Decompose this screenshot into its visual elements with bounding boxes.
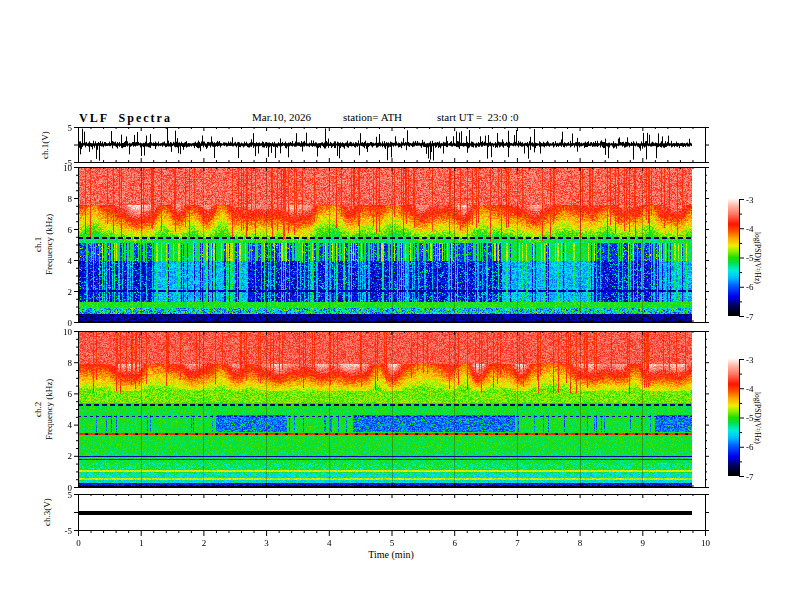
svg-text:4: 4 [327,538,332,548]
svg-text:5: 5 [68,123,73,133]
ch2-frequency-axis-label: ch.2Frequency (kHz) [33,331,59,487]
colorbar-ch2 [728,359,739,476]
svg-text:-5: -5 [65,526,73,536]
svg-text:-5: -5 [65,158,73,168]
svg-text:10: 10 [63,327,73,337]
svg-text:4: 4 [68,256,73,266]
svg-text:10: 10 [701,538,711,548]
svg-text:6: 6 [68,225,73,235]
svg-text:9: 9 [641,538,646,548]
ch2-spectrogram-canvas [78,331,705,487]
colorbar-ch1 [728,199,739,316]
ch1-frequency-axis-label: ch.1Frequency (kHz) [33,167,59,322]
svg-text:5: 5 [68,490,73,500]
svg-text:6: 6 [452,538,457,548]
svg-text:3: 3 [264,538,269,548]
ch1-voltage-axis-label: ch.1(V) [40,120,53,170]
svg-text:2: 2 [202,538,207,548]
svg-text:5: 5 [390,538,395,548]
colorbar-label-ch1: log(PSD)(V²/Hz) [751,199,762,316]
svg-text:0: 0 [68,483,73,493]
svg-text:1: 1 [139,538,144,548]
svg-text:2: 2 [68,287,73,297]
ch3-flatline [78,511,692,515]
time-axis-label: Time (min) [341,549,441,560]
figure-title: VLF Spectra [79,111,172,125]
svg-text:6: 6 [68,389,73,399]
station-label: station= ATH [343,111,402,125]
ch1-waveform-canvas [78,127,705,162]
ch3-voltage-axis-label: ch.3(V) [42,489,55,535]
colorbar-label-ch2: log(PSD)(V²/Hz) [751,359,762,476]
svg-text:10: 10 [63,163,73,173]
vlf-spectra-figure: VLF Spectra Mar.10, 2026 station= ATH st… [0,0,792,612]
ch1-spectrogram-canvas [78,167,705,322]
svg-text:4: 4 [68,420,73,430]
svg-text:8: 8 [578,538,583,548]
svg-text:0: 0 [76,538,81,548]
svg-text:8: 8 [68,358,73,368]
svg-text:0: 0 [68,318,73,328]
figure-date: Mar.10, 2026 [252,111,311,125]
svg-text:2: 2 [68,451,73,461]
start-ut-label: start UT = 23:0 :0 [437,111,518,125]
svg-text:7: 7 [515,538,520,548]
svg-text:8: 8 [68,194,73,204]
